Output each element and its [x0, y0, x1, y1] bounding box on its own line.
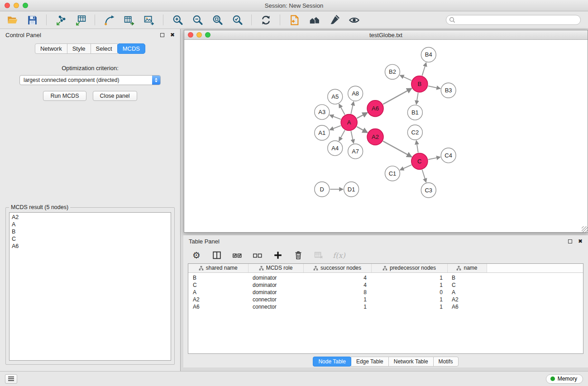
graph-node-D[interactable]: D [315, 182, 330, 197]
cell-name[interactable]: A2 [447, 296, 487, 303]
cell-successor-nodes[interactable]: 8 [303, 289, 371, 296]
import-network-button[interactable] [54, 13, 67, 27]
cell-mcds-role[interactable]: dominator [248, 281, 303, 289]
run-mcds-button[interactable]: Run MCDS [43, 91, 86, 101]
close-window-button[interactable] [5, 3, 10, 8]
close-panel-icon[interactable]: ✖ [170, 32, 175, 38]
zoom-network-window-button[interactable] [205, 32, 210, 38]
graph-edge-A-A3[interactable] [330, 115, 341, 119]
cell-shared-name[interactable]: A2 [188, 296, 248, 303]
column-header-name[interactable]: name [447, 264, 487, 272]
memory-button[interactable]: Memory [546, 374, 583, 384]
cell-successor-nodes[interactable]: 1 [303, 303, 371, 310]
tab-select[interactable]: Select [91, 43, 118, 54]
graph-edge-B-B2[interactable] [400, 75, 411, 80]
tab-mcds[interactable]: MCDS [117, 43, 145, 54]
float-panel-icon[interactable] [160, 33, 164, 37]
select-all-columns-button[interactable] [231, 249, 243, 261]
tab-network[interactable]: Network [35, 43, 67, 54]
graph-node-A3[interactable]: A3 [315, 105, 330, 119]
zoom-selected-button[interactable] [230, 13, 244, 27]
export-table-button[interactable] [122, 13, 136, 27]
cell-predecessor-nodes[interactable]: 1 [371, 296, 447, 303]
graph-node-A[interactable]: A [341, 114, 357, 131]
deselect-all-columns-button[interactable] [252, 249, 263, 261]
graph-node-C[interactable]: C [411, 153, 428, 169]
cell-successor-nodes[interactable]: 1 [303, 296, 371, 303]
graph-node-D1[interactable]: D1 [344, 182, 359, 197]
cell-mcds-role[interactable]: dominator [248, 272, 303, 281]
cell-mcds-role[interactable]: connector [248, 296, 303, 303]
graph-node-B4[interactable]: B4 [421, 47, 436, 62]
tab-motifs[interactable]: Motifs [433, 357, 459, 367]
minimize-window-button[interactable] [14, 3, 19, 8]
tab-network-table[interactable]: Network Table [388, 357, 434, 367]
graph-node-A2[interactable]: A2 [367, 129, 383, 145]
graph-node-C3[interactable]: C3 [421, 183, 436, 198]
table-row[interactable]: C dominator 4 1 C [188, 281, 583, 289]
table-row[interactable]: B dominator 4 1 B [188, 272, 583, 281]
graph-edge-C-C2[interactable] [416, 141, 418, 152]
column-header-shared-name[interactable]: shared name [188, 264, 248, 272]
export-image-button[interactable] [142, 13, 156, 27]
cell-name[interactable]: C [447, 281, 487, 289]
graph-edge-A-A8[interactable] [351, 102, 354, 114]
cell-mcds-role[interactable]: dominator [248, 289, 303, 296]
minimize-network-window-button[interactable] [196, 32, 202, 38]
cell-shared-name[interactable]: A [188, 289, 248, 296]
style-button[interactable] [327, 13, 341, 27]
graph-node-B[interactable]: B [411, 76, 428, 92]
graph-edge-A-A6[interactable] [357, 113, 367, 118]
cell-predecessor-nodes[interactable]: 1 [371, 272, 447, 281]
cell-predecessor-nodes[interactable]: 1 [371, 303, 447, 310]
graph-edge-A-A7[interactable] [351, 131, 354, 143]
table-row[interactable]: A6 connector 1 1 A6 [188, 303, 583, 310]
graph-node-B3[interactable]: B3 [441, 83, 456, 98]
graph-node-A4[interactable]: A4 [328, 141, 343, 156]
tab-edge-table[interactable]: Edge Table [351, 357, 389, 367]
tab-style[interactable]: Style [67, 43, 91, 54]
show-hide-button[interactable] [347, 13, 361, 27]
zoom-window-button[interactable] [23, 3, 28, 8]
close-network-window-button[interactable] [188, 32, 193, 38]
cell-mcds-role[interactable]: connector [248, 303, 303, 310]
network-file-button[interactable] [287, 13, 301, 27]
graph-node-B2[interactable]: B2 [385, 64, 400, 79]
export-network-button[interactable] [102, 13, 116, 27]
zoom-fit-button[interactable] [210, 13, 224, 27]
criterion-dropdown[interactable]: largest connected component (directed) [19, 75, 161, 85]
graph-edge-A6-B[interactable] [383, 88, 411, 104]
graph-node-A5[interactable]: A5 [328, 89, 343, 104]
cell-shared-name[interactable]: A6 [188, 303, 248, 310]
status-menu-button[interactable] [5, 374, 17, 384]
network-graph[interactable]: B4B2BB3A5A8A6B1A3AC2A1A2A4A7C4CC1C3DD1 [184, 40, 588, 232]
graph-node-C4[interactable]: C4 [441, 148, 456, 163]
zoom-in-button[interactable] [171, 13, 184, 27]
column-header-successor-nodes[interactable]: successor nodes [303, 264, 371, 272]
close-panel-icon[interactable]: ✖ [578, 238, 583, 244]
list-item[interactable]: A6 [12, 243, 168, 250]
graph-node-A7[interactable]: A7 [348, 144, 363, 159]
open-session-button[interactable] [5, 13, 19, 27]
graph-edge-B-B4[interactable] [422, 63, 426, 76]
graph-edge-C-C4[interactable] [428, 157, 440, 159]
graph-edge-A-A1[interactable] [330, 126, 341, 130]
save-session-button[interactable] [25, 13, 39, 27]
cell-predecessor-nodes[interactable]: 0 [371, 289, 447, 296]
cell-name[interactable]: A [447, 289, 487, 296]
search-input[interactable] [446, 15, 581, 25]
list-item[interactable]: A2 [12, 214, 168, 221]
float-panel-icon[interactable] [568, 239, 572, 243]
graph-node-C1[interactable]: C1 [385, 166, 400, 181]
graph-edge-B-B3[interactable] [428, 86, 440, 89]
window-resize-handle[interactable] [582, 226, 588, 232]
column-header-mcds-role[interactable]: MCDS role [248, 264, 303, 272]
graph-edge-C-C1[interactable] [400, 165, 411, 170]
graph-node-A1[interactable]: A1 [315, 125, 330, 140]
cell-successor-nodes[interactable]: 4 [303, 272, 371, 281]
list-item[interactable]: B [12, 228, 168, 235]
list-item[interactable]: A [12, 221, 168, 228]
table-row[interactable]: A dominator 8 0 A [188, 289, 583, 296]
delete-column-button[interactable] [292, 249, 304, 261]
cell-shared-name[interactable]: B [188, 272, 248, 281]
